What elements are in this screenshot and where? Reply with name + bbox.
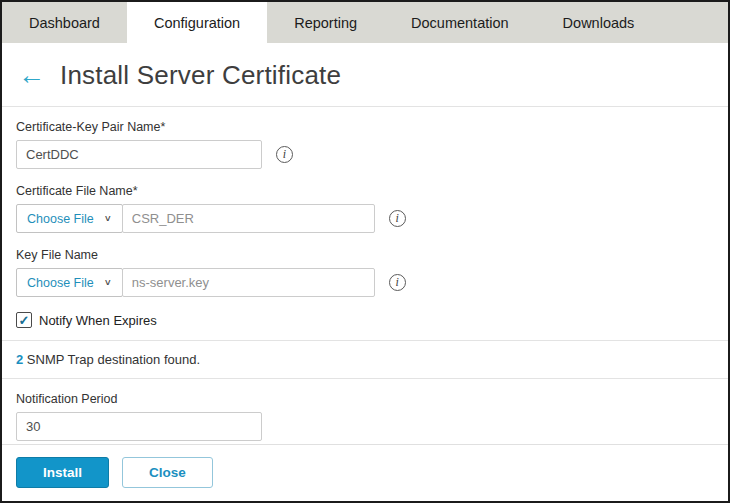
notify-when-expires-checkbox[interactable]: ✓: [16, 312, 32, 328]
certificate-file-label: Certificate File Name*: [16, 184, 714, 198]
page-header: ← Install Server Certificate: [2, 43, 728, 107]
page-title: Install Server Certificate: [60, 60, 341, 91]
snmp-trap-message: 2 SNMP Trap destination found.: [2, 341, 728, 378]
notify-when-expires-row: ✓ Notify When Expires: [16, 312, 714, 328]
checkmark-icon: ✓: [19, 314, 30, 327]
tab-downloads[interactable]: Downloads: [536, 2, 662, 43]
footer-action-bar: Install Close: [2, 444, 728, 501]
snmp-trap-count: 2: [16, 352, 23, 367]
info-icon[interactable]: i: [389, 210, 406, 227]
install-server-certificate-window: Dashboard Configuration Reporting Docume…: [0, 0, 730, 503]
info-icon[interactable]: i: [389, 274, 406, 291]
tab-documentation[interactable]: Documentation: [384, 2, 536, 43]
key-choose-file-button[interactable]: Choose File ∨: [16, 268, 123, 297]
key-file-input[interactable]: [122, 268, 375, 297]
info-icon[interactable]: i: [276, 146, 293, 163]
cert-key-pair-label: Certificate-Key Pair Name*: [16, 120, 714, 134]
close-button[interactable]: Close: [122, 457, 213, 488]
install-certificate-form: Certificate-Key Pair Name* i Certificate…: [2, 107, 728, 441]
back-arrow-icon[interactable]: ←: [18, 62, 45, 89]
chevron-down-icon: ∨: [104, 213, 112, 223]
cert-key-pair-input[interactable]: [16, 140, 262, 169]
top-tab-bar: Dashboard Configuration Reporting Docume…: [2, 2, 728, 43]
chevron-down-icon: ∨: [104, 277, 112, 287]
notify-when-expires-label: Notify When Expires: [39, 313, 157, 328]
certificate-choose-file-button[interactable]: Choose File ∨: [16, 204, 123, 233]
cert-key-pair-field: Certificate-Key Pair Name* i: [16, 120, 714, 169]
notification-period-label: Notification Period: [16, 392, 714, 406]
choose-file-label: Choose File: [27, 276, 94, 290]
key-file-field: Key File Name Choose File ∨ i: [16, 248, 714, 297]
notification-period-input[interactable]: [16, 412, 262, 441]
install-button[interactable]: Install: [16, 457, 109, 488]
key-file-label: Key File Name: [16, 248, 714, 262]
tab-configuration[interactable]: Configuration: [127, 2, 267, 43]
choose-file-label: Choose File: [27, 212, 94, 226]
tab-dashboard[interactable]: Dashboard: [2, 2, 127, 43]
certificate-file-input[interactable]: [122, 204, 375, 233]
snmp-trap-text: SNMP Trap destination found.: [27, 352, 200, 367]
certificate-file-field: Certificate File Name* Choose File ∨ i: [16, 184, 714, 233]
tab-reporting[interactable]: Reporting: [267, 2, 384, 43]
notification-period-field: Notification Period: [16, 392, 714, 441]
